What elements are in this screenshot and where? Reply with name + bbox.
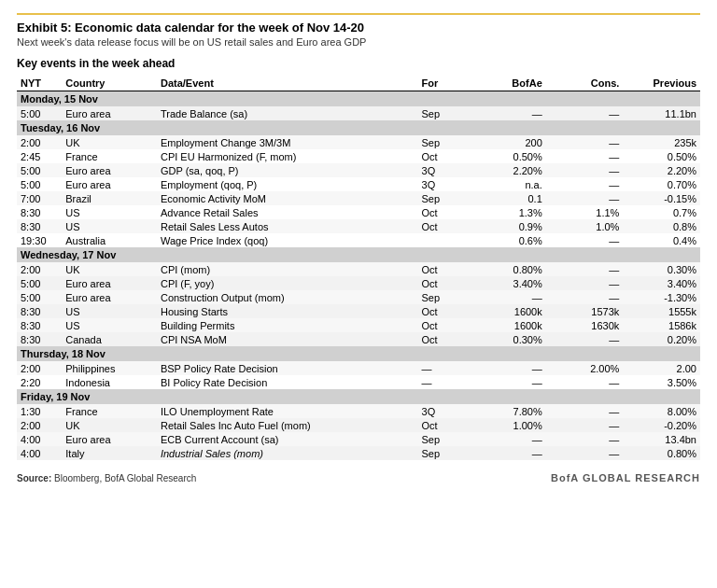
table-row: 2:20IndonesiaBI Policy Rate Decision———3… — [17, 375, 700, 389]
table-cell: Trade Balance (sa) — [157, 106, 418, 120]
source-line: Source: Bloomberg, BofA Global Research — [17, 473, 196, 483]
table-cell: 1.0% — [546, 219, 624, 233]
table-cell: 7.80% — [463, 404, 546, 418]
table-cell: 1630k — [546, 318, 624, 332]
table-cell: — — [463, 290, 546, 304]
day-label: Thursday, 18 Nov — [17, 346, 700, 361]
table-cell: n.a. — [463, 177, 546, 191]
table-cell: 8:30 — [17, 205, 62, 219]
table-cell: BI Policy Rate Decision — [157, 375, 418, 389]
table-cell: Sep — [418, 432, 463, 446]
table-cell: Oct — [418, 219, 463, 233]
table-cell: 2:00 — [17, 262, 62, 276]
table-cell: 0.50% — [463, 149, 546, 163]
table-cell: US — [62, 219, 157, 233]
table-cell: France — [62, 149, 157, 163]
table-cell: 1600k — [463, 304, 546, 318]
table-cell: 5:00 — [17, 106, 62, 120]
table-cell: — — [546, 106, 624, 120]
table-cell: BSP Policy Rate Decision — [157, 361, 418, 375]
table-cell: 0.80% — [623, 446, 700, 460]
source-label: Source: — [17, 473, 51, 483]
table-cell: 1.3% — [463, 205, 546, 219]
table-cell: 0.6% — [463, 233, 546, 247]
table-row: 8:30CanadaCPI NSA MoMOct0.30%—0.20% — [17, 332, 700, 346]
table-cell: 1555k — [623, 304, 700, 318]
table-cell: Canada — [62, 332, 157, 346]
table-cell: 0.30% — [463, 332, 546, 346]
day-header-row: Monday, 15 Nov — [17, 91, 700, 107]
table-cell: CPI (mom) — [157, 262, 418, 276]
section-title: Key events in the week ahead — [17, 57, 700, 70]
col-header-previous: Previous — [623, 76, 700, 91]
day-label: Friday, 19 Nov — [17, 389, 700, 404]
table-row: 4:00Euro areaECB Current Account (sa)Sep… — [17, 432, 700, 446]
table-cell: Euro area — [62, 163, 157, 177]
table-cell: 2.00% — [546, 361, 624, 375]
table-cell: — — [463, 106, 546, 120]
day-header-row: Thursday, 18 Nov — [17, 346, 700, 361]
table-row: 2:45FranceCPI EU Harmonized (F, mom)Oct0… — [17, 149, 700, 163]
table-cell: CPI (F, yoy) — [157, 276, 418, 290]
table-cell: Sep — [418, 446, 463, 460]
table-cell: 0.80% — [463, 262, 546, 276]
table-cell: — — [546, 418, 624, 432]
table-row: 2:00UKCPI (mom)Oct0.80%—0.30% — [17, 262, 700, 276]
col-header-bofae: BofAe — [463, 76, 546, 91]
footer-brand: BofA GLOBAL RESEARCH — [551, 472, 700, 483]
table-cell: Euro area — [62, 432, 157, 446]
table-cell: 0.1 — [463, 191, 546, 205]
table-cell: Employment (qoq, P) — [157, 177, 418, 191]
table-row: 8:30USHousing StartsOct1600k1573k1555k — [17, 304, 700, 318]
table-cell: -1.30% — [623, 290, 700, 304]
table-cell: — — [546, 191, 624, 205]
table-cell: 3.40% — [623, 276, 700, 290]
table-cell: 0.9% — [463, 219, 546, 233]
page-container: Exhibit 5: Economic data calendar for th… — [0, 0, 717, 497]
table-cell: Oct — [418, 418, 463, 432]
table-cell: Advance Retail Sales — [157, 205, 418, 219]
table-cell: 2:20 — [17, 375, 62, 389]
table-cell: ECB Current Account (sa) — [157, 432, 418, 446]
table-row: 2:00PhilippinesBSP Policy Rate Decision—… — [17, 361, 700, 375]
table-cell: 1.1% — [546, 205, 624, 219]
table-cell: — — [546, 149, 624, 163]
day-header-row: Wednesday, 17 Nov — [17, 247, 700, 262]
table-cell: Philippines — [62, 361, 157, 375]
table-cell: Australia — [62, 233, 157, 247]
table-cell: Italy — [62, 446, 157, 460]
table-cell: Housing Starts — [157, 304, 418, 318]
table-cell: — — [546, 332, 624, 346]
table-cell: 5:00 — [17, 177, 62, 191]
table-cell: 7:00 — [17, 191, 62, 205]
table-cell: 0.70% — [623, 177, 700, 191]
table-cell: France — [62, 404, 157, 418]
table-cell: Construction Output (mom) — [157, 290, 418, 304]
table-cell: CPI EU Harmonized (F, mom) — [157, 149, 418, 163]
table-cell: 3Q — [418, 404, 463, 418]
day-label: Wednesday, 17 Nov — [17, 247, 700, 262]
table-cell: — — [546, 404, 624, 418]
table-cell: -0.15% — [623, 191, 700, 205]
table-cell: 8:30 — [17, 332, 62, 346]
table-cell: 5:00 — [17, 276, 62, 290]
table-cell: 19:30 — [17, 233, 62, 247]
table-cell: 2:00 — [17, 418, 62, 432]
table-row: 8:30USBuilding PermitsOct1600k1630k1586k — [17, 318, 700, 332]
table-cell: Oct — [418, 304, 463, 318]
table-cell: — — [546, 375, 624, 389]
table-cell: 5:00 — [17, 290, 62, 304]
table-cell: Euro area — [62, 276, 157, 290]
table-cell: UK — [62, 418, 157, 432]
table-row: 8:30USAdvance Retail SalesOct1.3%1.1%0.7… — [17, 205, 700, 219]
table-cell: -0.20% — [623, 418, 700, 432]
table-cell: Euro area — [62, 177, 157, 191]
table-cell: 2.20% — [463, 163, 546, 177]
table-cell: 8:30 — [17, 304, 62, 318]
table-cell: 3Q — [418, 163, 463, 177]
table-row: 2:00UKEmployment Change 3M/3MSep200—235k — [17, 135, 700, 149]
day-header-row: Friday, 19 Nov — [17, 389, 700, 404]
table-cell: 2.20% — [623, 163, 700, 177]
table-cell: — — [463, 432, 546, 446]
table-row: 7:00BrazilEconomic Activity MoMSep0.1—-0… — [17, 191, 700, 205]
